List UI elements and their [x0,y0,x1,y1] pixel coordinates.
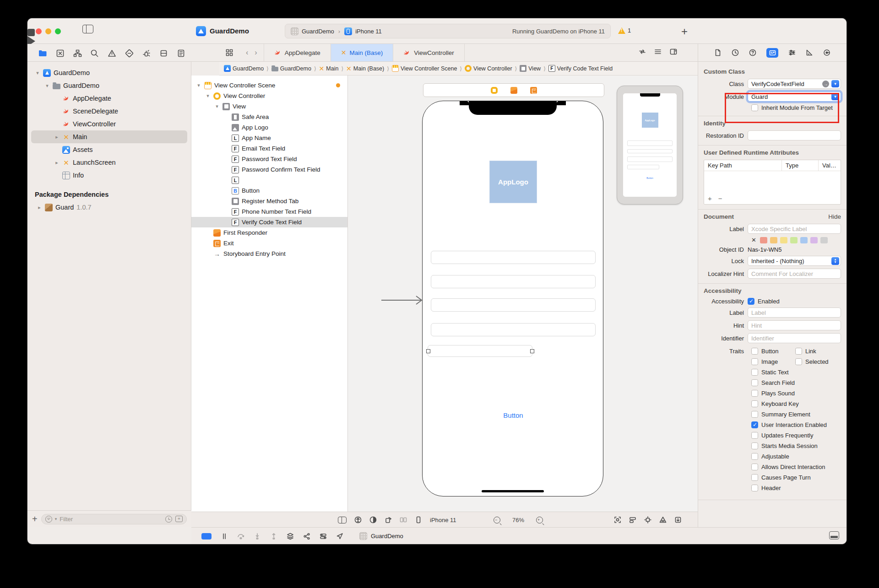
document-label-field[interactable] [748,224,841,234]
restoration-id-field[interactable] [748,130,841,140]
tab-viewcontroller[interactable]: ViewController [393,44,465,61]
trait-static-text-checkbox[interactable] [751,369,758,376]
navigator-item-info[interactable]: Info [27,169,191,182]
outline-item-register-method-tab[interactable]: Register Method Tab [191,196,347,206]
outline-item-exit[interactable]: Exit [191,238,347,248]
trait-header-checkbox[interactable] [751,485,758,491]
jump-item[interactable]: View [528,65,541,72]
storyboard-canvas[interactable]: AppLogo Button AppLogo Button [348,76,698,512]
issue-navigator-icon[interactable] [107,48,117,58]
recent-filter-icon[interactable] [165,516,172,523]
password-text-field[interactable] [431,275,596,288]
console-toggle-icon[interactable] [829,531,839,539]
outline-item-password-field[interactable]: F Password Text Field [191,154,347,164]
outline-item-button[interactable]: B Button [191,185,347,196]
swatch-purple[interactable] [810,237,818,243]
navigator-item-project[interactable]: GuardDemo [27,66,191,79]
find-navigator-icon[interactable] [89,48,99,58]
symbol-navigator-icon[interactable] [72,48,82,58]
navigator-toggle-icon[interactable] [82,25,93,33]
scheme-name[interactable]: GuardDemo [302,28,334,35]
jump-item[interactable]: View Controller Scene [401,65,457,72]
ax-hint-field[interactable] [748,320,841,330]
embed-icon[interactable] [674,516,682,523]
project-navigator-icon[interactable] [38,48,48,58]
editor-layout-icon[interactable] [654,48,662,55]
disclosure-icon[interactable] [44,83,50,89]
jump-to-class-icon[interactable]: → [822,81,829,87]
jump-item[interactable]: View Controller [473,65,512,72]
add-item-icon[interactable]: + [32,514,38,524]
email-text-field[interactable] [431,251,596,264]
zoom-out-icon[interactable]: − [494,517,500,523]
zoom-window-button[interactable] [55,28,61,34]
trait-selected-checkbox[interactable] [795,358,802,365]
remove-attribute-button[interactable]: − [718,194,722,202]
navigator-item-package-guard[interactable]: Guard 1.0.7 [27,201,191,214]
exit-icon[interactable] [530,87,537,94]
button-view[interactable]: Button [423,411,603,419]
navigator-item-main-selected[interactable]: ✕ Main [31,130,187,143]
disclosure-icon[interactable] [205,93,211,99]
trait-starts-media-session-checkbox[interactable] [751,442,758,449]
class-dropdown-icon[interactable]: ▾ [831,80,839,87]
runtime-attributes-table[interactable]: Key Path Type Val… + − [704,160,841,205]
outline-item-password-confirm-field[interactable]: F Password Confirm Text Field [191,164,347,175]
jump-item[interactable]: Verify Code Text Field [557,65,613,72]
add-attribute-button[interactable]: + [708,194,712,202]
storyboard-entry-point-arrow[interactable] [381,295,425,305]
navigator-filter-field[interactable]: ▾ Filter + [41,514,187,524]
identity-inspector-icon[interactable] [766,48,778,58]
swatch-green[interactable] [790,237,798,243]
swatch-yellow[interactable] [780,237,787,243]
trait-user-interaction-enabled-checkbox[interactable] [751,421,758,428]
navigator-item-group[interactable]: GuardDemo [27,79,191,92]
connections-inspector-icon[interactable] [823,49,830,56]
device-preview-thumbnail[interactable]: AppLogo Button [617,86,683,205]
size-inspector-icon[interactable] [806,49,813,56]
zoom-level[interactable]: 76% [512,517,524,523]
add-constraints-icon[interactable] [644,516,651,523]
canvas-device-label[interactable]: iPhone 11 [430,517,456,523]
file-inspector-icon[interactable] [714,49,722,56]
ax-identifier-field[interactable] [748,333,841,343]
disclosure-icon[interactable] [196,82,201,88]
resolve-autolayout-icon[interactable] [659,516,667,523]
trait-image-checkbox[interactable] [751,358,758,365]
outline-item-view-controller[interactable]: View Controller [191,91,347,101]
disclosure-icon[interactable] [54,160,60,166]
jump-bar[interactable]: GuardDemo ⟩ GuardDemo ⟩ ✕ Main ⟩ ✕ Main … [219,62,698,76]
module-field[interactable] [748,92,841,102]
navigator-item-viewcontroller[interactable]: ViewController [27,118,191,130]
jump-item[interactable]: GuardDemo [233,65,264,72]
disclosure-icon[interactable] [214,103,220,109]
close-window-button[interactable] [36,28,42,34]
first-responder-icon[interactable] [510,87,517,94]
disclosure-icon[interactable] [54,134,60,140]
trait-search-field-checkbox[interactable] [751,379,758,386]
test-navigator-icon[interactable] [124,48,134,58]
trait-summary-element-checkbox[interactable] [751,411,758,418]
jump-item[interactable]: Main (Base) [353,65,384,72]
breakpoints-toggle-icon[interactable] [201,533,212,539]
ax-label-field[interactable] [748,307,841,318]
outline-item-app-logo[interactable]: App Logo [191,122,347,133]
module-dropdown-icon[interactable]: ▾ [831,93,839,100]
update-frames-icon[interactable] [614,516,621,523]
appearance-toggle-icon[interactable] [369,516,377,523]
localizer-hint-field[interactable] [748,269,841,279]
related-items-icon[interactable] [219,44,239,61]
minimize-window-button[interactable] [45,28,51,34]
jump-item[interactable]: Main [326,65,338,72]
outline-item-label-empty[interactable]: L [191,175,347,185]
navigator-item-launchscreen[interactable]: ✕ LaunchScreen [27,156,191,169]
tab-main-base[interactable]: ✕ Main (Base) [331,44,394,61]
outline-item-phone-number-field[interactable]: F Phone Number Text Field [191,206,347,217]
view-hierarchy-icon[interactable] [287,533,294,540]
accessibility-enabled-checkbox[interactable] [748,298,754,305]
scm-filter-icon[interactable]: + [175,516,183,522]
orientation-icon[interactable] [385,516,392,523]
debug-navigator-icon[interactable] [141,48,152,58]
resize-handle-left[interactable] [426,349,430,353]
disclosure-icon[interactable] [35,70,40,76]
